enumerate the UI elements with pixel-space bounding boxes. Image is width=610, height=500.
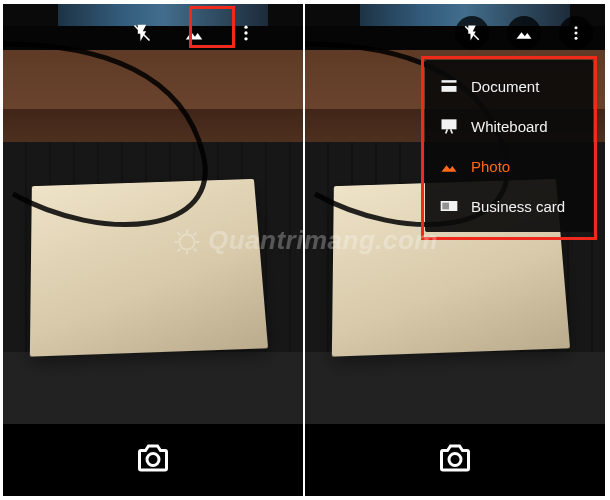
- top-toolbar: [125, 16, 263, 50]
- image-mode-icon: [439, 156, 459, 176]
- mode-button[interactable]: [177, 16, 211, 50]
- menu-item-label: Whiteboard: [471, 118, 548, 135]
- flash-off-icon: [132, 23, 152, 43]
- menu-item-business-card[interactable]: Business card: [425, 186, 593, 226]
- mode-menu: Document Whiteboard Photo Business card: [425, 60, 593, 232]
- whiteboard-icon: [439, 116, 459, 136]
- menu-item-label: Business card: [471, 198, 565, 215]
- svg-rect-13: [442, 203, 449, 210]
- flash-toggle-button[interactable]: [125, 16, 159, 50]
- document-icon: [439, 76, 459, 96]
- camera-pane-right: Document Whiteboard Photo Business card: [305, 4, 605, 496]
- image-mode-icon: [183, 22, 205, 44]
- menu-item-whiteboard[interactable]: Whiteboard: [425, 106, 593, 146]
- svg-point-3: [244, 37, 247, 40]
- capture-bar: [3, 424, 303, 496]
- camera-pane-left: [3, 4, 303, 496]
- overflow-button[interactable]: [229, 16, 263, 50]
- capture-bar: [305, 424, 605, 496]
- mode-button[interactable]: [507, 16, 541, 50]
- flash-toggle-button[interactable]: [455, 16, 489, 50]
- camera-viewfinder: [3, 4, 303, 424]
- flash-off-icon: [463, 24, 481, 42]
- svg-point-14: [449, 454, 461, 466]
- shutter-button[interactable]: [135, 440, 171, 480]
- more-vert-icon: [236, 23, 256, 43]
- svg-rect-9: [442, 80, 457, 83]
- more-vert-icon: [567, 24, 585, 42]
- screenshot-pair: Document Whiteboard Photo Business card: [3, 4, 607, 496]
- svg-point-8: [575, 37, 578, 40]
- scene-paper: [30, 179, 268, 357]
- camera-icon: [135, 440, 171, 476]
- menu-item-label: Photo: [471, 158, 510, 175]
- image-mode-icon: [514, 23, 534, 43]
- top-toolbar: [455, 16, 593, 50]
- svg-rect-11: [442, 119, 457, 129]
- menu-item-label: Document: [471, 78, 539, 95]
- svg-point-4: [147, 454, 159, 466]
- business-card-icon: [439, 196, 459, 216]
- menu-item-photo[interactable]: Photo: [425, 146, 593, 186]
- menu-item-document[interactable]: Document: [425, 66, 593, 106]
- svg-rect-10: [442, 86, 457, 92]
- svg-point-1: [244, 26, 247, 29]
- svg-point-7: [575, 32, 578, 35]
- svg-point-2: [244, 31, 247, 34]
- shutter-button[interactable]: [437, 440, 473, 480]
- overflow-button[interactable]: [559, 16, 593, 50]
- svg-point-6: [575, 26, 578, 29]
- camera-icon: [437, 440, 473, 476]
